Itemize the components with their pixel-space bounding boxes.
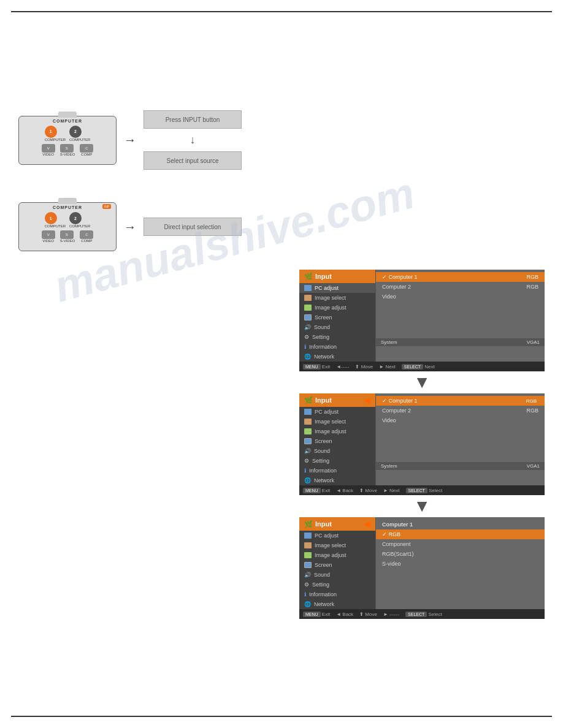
- menu2-item-imageadjust[interactable]: Image adjust: [299, 427, 375, 436]
- menu1-item-setting[interactable]: ⚙ Setting: [299, 332, 375, 342]
- panel-diagram-2: INP COMPUTER 1 COMPUTER 2 COMPUTER V V: [18, 202, 117, 251]
- step-box-2: Select input source: [144, 151, 242, 170]
- network-icon-3: 🌐: [304, 601, 311, 607]
- menu1-item-screen[interactable]: Screen: [299, 313, 375, 322]
- menu2-item-information[interactable]: ℹ Information: [299, 466, 375, 476]
- screen-icon-2: [304, 438, 312, 444]
- step-box-1: Press INPUT button: [144, 110, 242, 129]
- network-icon: 🌐: [304, 354, 311, 360]
- image-select-icon-3: [304, 542, 312, 548]
- panel-label-1: COMPUTER: [53, 119, 82, 123]
- menu1-item-network[interactable]: 🌐 Network: [299, 352, 375, 362]
- panel-btn-2[interactable]: 2: [69, 126, 82, 138]
- component-btn-2[interactable]: C: [80, 230, 93, 239]
- panel-btn-3[interactable]: 1: [45, 212, 57, 224]
- menu1-right-item-1[interactable]: ✓ Computer 1 RGB: [376, 272, 545, 282]
- menu2-system-bar: System VGA1: [376, 462, 545, 470]
- menu-screenshot-1: 🌿 Input ▶ PC adjust Image select Image a…: [299, 270, 545, 371]
- image-select-icon-2: [304, 419, 312, 425]
- menu-screenshot-3: 🌿 Input ◀ PC adjust Image select Image a…: [299, 517, 545, 619]
- video-btn[interactable]: V: [42, 144, 55, 153]
- video-btn-2[interactable]: V: [42, 230, 55, 239]
- menu2-item-pcadjust[interactable]: PC adjust: [299, 407, 375, 417]
- menu2-right-item-2[interactable]: Computer 2 RGB: [376, 406, 545, 415]
- menu3-item-imageselect[interactable]: Image select: [299, 540, 375, 550]
- diagram-area-1: COMPUTER 1 COMPUTER 2 COMPUTER V VIDEO: [18, 110, 242, 176]
- component-btn[interactable]: C: [80, 144, 93, 153]
- image-adjust-icon: [304, 305, 312, 311]
- menu2-item-sound[interactable]: 🔊 Sound: [299, 446, 375, 456]
- setting-icon: ⚙: [304, 334, 309, 340]
- menu1-title: 🌿 Input ▶: [299, 270, 375, 283]
- arrow-down-1: ▼: [299, 373, 545, 392]
- menu1-item-information[interactable]: ℹ Information: [299, 342, 375, 352]
- image-adjust-icon-2: [304, 428, 312, 434]
- menu3-item-imageadjust[interactable]: Image adjust: [299, 550, 375, 560]
- menu1-right-item-2[interactable]: Computer 2 RGB: [376, 282, 545, 292]
- sound-icon-2: 🔊: [304, 448, 311, 454]
- menu2-item-setting[interactable]: ⚙ Setting: [299, 456, 375, 466]
- pc-adjust-icon-2: [304, 409, 312, 415]
- svideo-btn-2[interactable]: S: [60, 230, 74, 239]
- menu2-right-item-1[interactable]: ✓ Computer 1 RGB: [376, 396, 545, 406]
- menu1-item-imageselect[interactable]: Image select: [299, 293, 375, 303]
- info-icon-3: ℹ: [304, 591, 306, 597]
- menu3-right-item-3[interactable]: RGB(Scart1): [376, 549, 545, 559]
- pc-adjust-icon: [304, 285, 312, 291]
- network-icon-2: 🌐: [304, 477, 311, 483]
- menu3-title: 🌿 Input ◀: [299, 517, 375, 531]
- panel-diagram-1: COMPUTER 1 COMPUTER 2 COMPUTER V VIDEO: [18, 116, 117, 165]
- menu3-right-item-4[interactable]: S-video: [376, 559, 545, 569]
- menu3-item-setting[interactable]: ⚙ Setting: [299, 580, 375, 590]
- pc-adjust-icon-3: [304, 533, 312, 539]
- panel-label-2: COMPUTER: [53, 205, 82, 210]
- menu1-item-imageadjust[interactable]: Image adjust: [299, 303, 375, 313]
- step-arrow-down: ↓: [144, 134, 242, 146]
- image-adjust-icon-3: [304, 552, 312, 558]
- arrow-right-2: →: [121, 220, 139, 234]
- menu3-right-title: Computer 1: [376, 520, 545, 529]
- image-select-icon: [304, 295, 312, 301]
- menu3-right-item-1[interactable]: ✓ RGB: [376, 529, 545, 539]
- screen-icon-3: [304, 562, 312, 568]
- menu3-item-screen[interactable]: Screen: [299, 560, 375, 570]
- menu1-right-item-3[interactable]: Video: [376, 292, 545, 301]
- menu2-right-item-3[interactable]: Video: [376, 415, 545, 425]
- menu2-title: 🌿 Input ◀: [299, 393, 375, 407]
- arrow-down-2: ▼: [299, 496, 545, 516]
- menu1-item-pcadjust[interactable]: PC adjust: [299, 283, 375, 293]
- step-box-3: Direct input selection: [144, 218, 242, 236]
- menu3-footer: MENU Exit ◄ Back ⬆ Move ► ------ SELECT …: [299, 609, 545, 619]
- panel-btn-1[interactable]: 1: [45, 126, 57, 138]
- menu-screenshot-2: 🌿 Input ◀ PC adjust Image select Image a…: [299, 393, 545, 495]
- svideo-btn[interactable]: S: [60, 144, 74, 153]
- menu2-item-screen[interactable]: Screen: [299, 436, 375, 446]
- info-icon: ℹ: [304, 344, 306, 350]
- menu1-system-bar: System VGA1: [376, 338, 545, 346]
- menu2-item-network[interactable]: 🌐 Network: [299, 476, 375, 485]
- arrow-right-1: →: [121, 133, 139, 147]
- screen-icon: [304, 314, 312, 320]
- panel-btn-4[interactable]: 2: [69, 212, 82, 224]
- menu2-item-imageselect[interactable]: Image select: [299, 417, 375, 427]
- menu1-item-sound[interactable]: 🔊 Sound: [299, 322, 375, 332]
- menu3-item-sound[interactable]: 🔊 Sound: [299, 570, 375, 580]
- sound-icon: 🔊: [304, 324, 311, 330]
- menu3-item-information[interactable]: ℹ Information: [299, 590, 375, 599]
- menus-container: 🌿 Input ▶ PC adjust Image select Image a…: [299, 270, 545, 619]
- menu1-footer: MENU Exit ◄----- ⬆ Move ► Next SELECT Ne…: [299, 362, 545, 371]
- menu3-item-pcadjust[interactable]: PC adjust: [299, 531, 375, 540]
- setting-icon-2: ⚙: [304, 458, 309, 464]
- menu3-item-network[interactable]: 🌐 Network: [299, 599, 375, 609]
- menu2-footer: MENU Exit ◄ Back ⬆ Move ► Next SELECT Se…: [299, 485, 545, 495]
- info-icon-2: ℹ: [304, 468, 306, 474]
- menu3-right-item-2[interactable]: Component: [376, 539, 545, 549]
- setting-icon-3: ⚙: [304, 582, 309, 588]
- sound-icon-3: 🔊: [304, 572, 311, 578]
- diagram-area-2: INP COMPUTER 1 COMPUTER 2 COMPUTER V V: [18, 202, 242, 257]
